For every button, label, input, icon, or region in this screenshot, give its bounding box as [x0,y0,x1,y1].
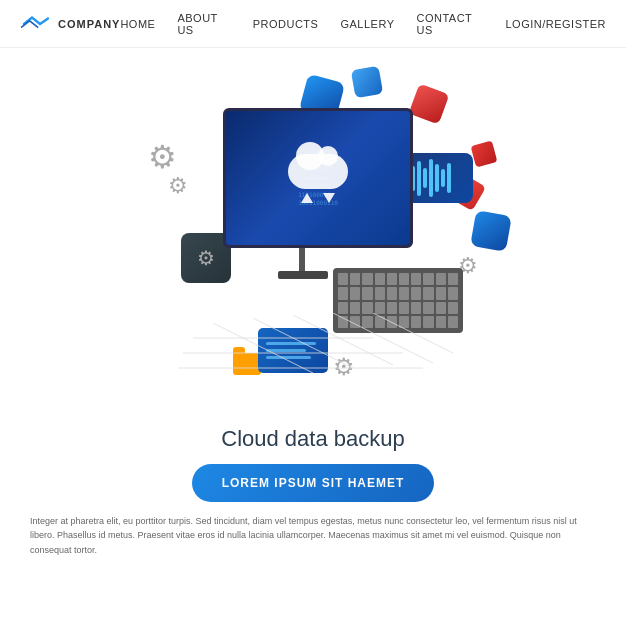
description-text: Integer at pharetra elit, eu porttitor t… [0,502,626,557]
key [399,273,409,285]
wave-bar [417,161,421,196]
float-blue-square-3 [470,210,512,252]
nav-products[interactable]: PRODUCTS [253,18,319,30]
monitor-base [278,271,328,279]
wave-bar [423,168,427,188]
key [423,302,433,314]
svg-line-2 [293,315,393,365]
key [350,287,360,299]
key [350,273,360,285]
cta-button[interactable]: LOREM IPSUM SIT HAEMET [192,464,435,502]
key [423,287,433,299]
float-blue-square-2 [351,66,383,98]
key [436,287,446,299]
navbar: COMPANY HOME ABOUT US PRODUCTS GALLERY C… [0,0,626,48]
svg-line-4 [373,313,453,353]
key [362,287,372,299]
key [338,287,348,299]
key [387,273,397,285]
key [448,302,458,314]
illustration: ⚙ ⚙ ⚙ ⚙ ⚙ ⚙ 1101001101000110001111000011… [103,58,523,418]
key [338,302,348,314]
key [375,273,385,285]
logo-text: COMPANY [58,18,120,30]
upload-download-arrows [301,193,335,203]
upload-arrow [301,193,313,203]
nav-about[interactable]: ABOUT US [177,12,230,36]
nav-home[interactable]: HOME [120,18,155,30]
main-content: ⚙ ⚙ ⚙ ⚙ ⚙ ⚙ 1101001101000110001111000011… [0,48,626,557]
key [448,273,458,285]
section-title: Cloud data backup [221,426,404,452]
svg-line-1 [253,318,353,368]
nav-login[interactable]: LOGIN/REGISTER [505,18,606,30]
key [411,273,421,285]
wave-bar [447,163,451,193]
wave-bar [435,164,439,192]
key [411,287,421,299]
key [399,287,409,299]
key [338,273,348,285]
gear-icon-1: ⚙ [148,138,177,176]
monitor: 1101001101000110001111000011011001000101… [223,108,413,248]
key [448,287,458,299]
key [362,302,372,314]
nav-contact[interactable]: CONTACT US [416,12,483,36]
key [350,302,360,314]
key [387,302,397,314]
gear-icon-2: ⚙ [168,173,188,199]
key [436,273,446,285]
float-red-square-1 [408,83,449,124]
key [411,302,421,314]
key [399,302,409,314]
logo-icon [20,14,52,34]
key [375,302,385,314]
key [387,287,397,299]
cloud-icon [288,154,348,203]
download-arrow [323,193,335,203]
key [375,287,385,299]
key [436,302,446,314]
wave-bar [441,169,445,187]
nav-links: HOME ABOUT US PRODUCTS GALLERY CONTACT U… [120,12,606,36]
key [423,273,433,285]
logo-area: COMPANY [20,14,120,34]
nav-gallery[interactable]: GALLERY [340,18,394,30]
key [362,273,372,285]
wave-bar [429,159,433,197]
cloud-shape [288,154,348,189]
floor-grid [173,313,453,383]
monitor-screen: 1101001101000110001111000011011001000101… [226,111,410,245]
monitor-stand [299,248,305,273]
svg-line-0 [213,323,313,373]
float-red-square-3 [471,141,498,168]
